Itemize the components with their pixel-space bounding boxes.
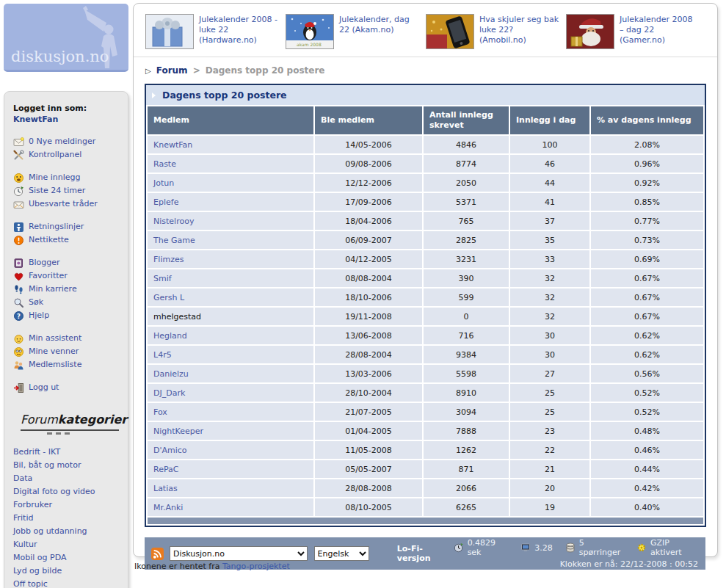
- forum-category-link[interactable]: Jobb og utdanning: [13, 526, 87, 536]
- sidebar-item-blogger[interactable]: Blogger: [13, 257, 122, 269]
- member-link[interactable]: Latias: [153, 484, 178, 493]
- gift-thumb[interactable]: [145, 14, 194, 49]
- posts-today-cell: 46: [510, 155, 589, 173]
- forum-category-link[interactable]: Mobil og PDA: [13, 553, 66, 562]
- sidebar-item-label[interactable]: Logg ut: [29, 382, 59, 393]
- forum-category-link[interactable]: Lyd og bilde: [13, 566, 62, 576]
- joined-cell: 17/09-2006: [315, 193, 422, 211]
- sidebar-item-ubesvarte-tr-der[interactable]: Ubesvarte tråder: [13, 198, 122, 210]
- banner-link[interactable]: 22 (Akam.no): [339, 25, 393, 35]
- sidebar-item-hjelp[interactable]: ?Hjelp: [13, 310, 122, 322]
- sidebar-item-label[interactable]: Blogger: [29, 257, 60, 269]
- sidebar-item-label[interactable]: Mine venner: [29, 346, 79, 357]
- sidebar-item-label[interactable]: Mine innlegg: [29, 172, 81, 184]
- sidebar-item-mine-venner[interactable]: Mine venner: [13, 346, 122, 357]
- member-link[interactable]: DJ_Dark: [153, 388, 185, 398]
- sidebar-menu: Logget inn som: KnewtFan 0 Nye meldinger…: [4, 91, 128, 588]
- member-cell: Eplefe: [148, 193, 313, 211]
- forum-category-link[interactable]: Bil, båt og motor: [13, 460, 81, 470]
- forum-category-link[interactable]: Fritid: [13, 513, 33, 523]
- sidebar-item-label[interactable]: Retningslinjer: [29, 221, 84, 233]
- sidebar-item-0-nye-meldinger[interactable]: 0 Nye meldinger: [13, 136, 122, 148]
- member-link[interactable]: Smif: [153, 274, 172, 283]
- posts-cell: 6265: [424, 498, 509, 516]
- sidebar-item-label[interactable]: Søk: [29, 297, 43, 308]
- banner-link[interactable]: Julekalender, dag: [339, 15, 410, 24]
- sidebar-item-min-assistent[interactable]: Min assistent: [13, 333, 122, 344]
- sidebar-item-kontrollpanel[interactable]: Kontrollpanel: [13, 149, 122, 161]
- phone-thumb[interactable]: [426, 14, 474, 49]
- forum-category-link[interactable]: Digital foto og video: [13, 487, 95, 496]
- member-link[interactable]: NightKeeper: [153, 427, 203, 436]
- sidebar-item-favoritter[interactable]: Favoritter: [13, 270, 122, 282]
- banner-link[interactable]: (Amobil.no): [479, 35, 526, 45]
- banner-link[interactable]: Hva skjuler seg bak: [479, 15, 559, 24]
- posts-today-cell: 32: [510, 288, 589, 306]
- banner-link[interactable]: luke 22?: [479, 25, 513, 35]
- member-link[interactable]: Gersh L: [153, 293, 184, 302]
- member-link[interactable]: D'Amico: [153, 446, 187, 455]
- sidebar-item-mine-innlegg[interactable]: Mine innlegg: [13, 172, 122, 184]
- forum-category-item: Bil, båt og motor: [13, 460, 122, 471]
- server-clock: Klokken er nå: 22/12-2008 : 00:52: [454, 559, 699, 569]
- santa-thumb[interactable]: [566, 14, 614, 49]
- member-link[interactable]: RePaC: [153, 465, 178, 474]
- joined-cell: 08/08-2004: [315, 269, 422, 287]
- title-arrow-icon: [152, 92, 156, 98]
- member-link[interactable]: Eplefe: [153, 197, 178, 207]
- member-link[interactable]: Hegland: [153, 331, 187, 341]
- forum-category-link[interactable]: Forbruker: [13, 500, 52, 509]
- sidebar-item-label[interactable]: Siste 24 timer: [29, 185, 85, 197]
- member-link[interactable]: Fox: [153, 407, 167, 417]
- member-cell: DJ_Dark: [148, 384, 313, 402]
- sidebar-item-label[interactable]: Kontrollpanel: [29, 149, 81, 161]
- posts-cell: 7888: [424, 422, 509, 440]
- sidebar-item-label[interactable]: Nettikette: [29, 234, 69, 246]
- penguin-thumb[interactable]: akam 2008: [286, 14, 334, 49]
- forum-category-link[interactable]: Kultur: [13, 540, 37, 549]
- sidebar-item-label[interactable]: Min karriere: [29, 283, 77, 295]
- rss-icon[interactable]: [151, 548, 164, 560]
- member-link[interactable]: Nistelrooy: [153, 217, 194, 226]
- sidebar-item-label[interactable]: Ubesvarte tråder: [29, 198, 98, 210]
- banner-link[interactable]: luke 22: [199, 25, 228, 35]
- member-link[interactable]: The Game: [153, 236, 195, 245]
- sidebar-item-retningslinjer[interactable]: Retningslinjer: [13, 221, 122, 233]
- banner-link[interactable]: Julekalender 2008: [620, 15, 693, 24]
- sidebar-item-label[interactable]: Medlemsliste: [29, 359, 81, 371]
- lofi-version-link[interactable]: Lo-Fi-versjon: [397, 544, 454, 563]
- breadcrumb-forum-link[interactable]: Forum: [156, 65, 188, 76]
- sidebar-item-label[interactable]: Min assistent: [29, 333, 81, 344]
- member-link[interactable]: Flimzes: [153, 255, 184, 264]
- sidebar-item-siste-24-timer[interactable]: Siste 24 timer: [13, 185, 122, 197]
- member-link[interactable]: Danielzu: [153, 369, 189, 379]
- sidebar-item-s-k[interactable]: Søk: [13, 297, 122, 308]
- sidebar-item-label[interactable]: 0 Nye meldinger: [29, 136, 95, 148]
- forum-category-link[interactable]: Off topic: [13, 579, 48, 588]
- forum-category-link[interactable]: Data: [13, 473, 32, 483]
- sidebar-menu-group: Mine innleggSiste 24 timerUbesvarte tråd…: [13, 172, 122, 210]
- banner-link[interactable]: – dag 22: [620, 25, 654, 35]
- feed-select[interactable]: Diskusjon.no: [170, 546, 308, 561]
- posts-today-cell: 27: [510, 365, 589, 382]
- tango-project-link[interactable]: Tango-prosjektet: [222, 562, 290, 571]
- member-link[interactable]: KnewtFan: [153, 140, 192, 150]
- banner-link[interactable]: (Gamer.no): [620, 35, 665, 45]
- sidebar-item-min-karriere[interactable]: Min karriere: [13, 283, 122, 295]
- site-logo[interactable]: diskusjon.no: [4, 4, 128, 72]
- member-link[interactable]: Raste: [153, 159, 176, 169]
- sidebar-item-nettikette[interactable]: Nettikette: [13, 234, 122, 246]
- sidebar-item-medlemsliste[interactable]: Medlemsliste: [13, 359, 122, 371]
- logged-in-username[interactable]: KnewtFan: [13, 115, 58, 124]
- member-link[interactable]: Mr.Anki: [153, 503, 183, 512]
- banner-link[interactable]: Julekalender 2008 -: [199, 15, 277, 24]
- member-link[interactable]: L4r5: [153, 350, 172, 360]
- banner-link[interactable]: (Hardware.no): [199, 35, 257, 45]
- posts-today-cell: 19: [510, 498, 589, 516]
- member-link[interactable]: Jotun: [153, 178, 174, 188]
- sidebar-item-logg-ut[interactable]: Logg ut: [13, 382, 122, 393]
- language-select[interactable]: Engelsk: [314, 546, 369, 561]
- sidebar-item-label[interactable]: Hjelp: [29, 310, 49, 322]
- forum-category-link[interactable]: Bedrift - IKT: [13, 447, 60, 457]
- sidebar-item-label[interactable]: Favoritter: [29, 270, 68, 282]
